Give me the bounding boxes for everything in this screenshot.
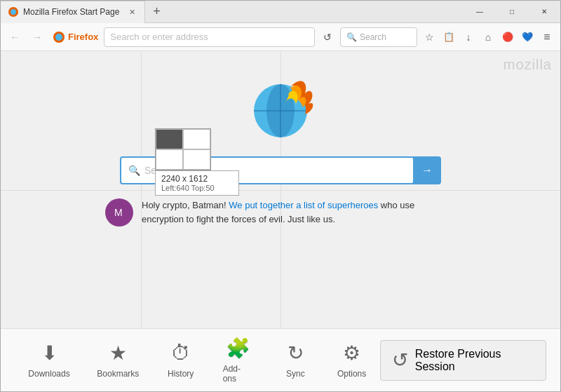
tab-title: Mozilla Firefox Start Page bbox=[23, 7, 119, 17]
bottom-item-history[interactable]: ⏱ History bbox=[153, 334, 209, 386]
news-text-before: Holy crypto, Batman! bbox=[142, 200, 229, 210]
add-ons-label: Add-ons bbox=[223, 364, 254, 384]
restore-label: Restore Previous Session bbox=[415, 348, 534, 373]
bottom-items-container: ⬇ Downloads ★ Bookmarks ⏱ History 🧩 Add-… bbox=[15, 330, 380, 391]
options-icon: ⚙ bbox=[343, 342, 360, 365]
main-search-icon: 🔍 bbox=[128, 165, 140, 176]
tab-close-button[interactable]: ✕ bbox=[126, 6, 137, 18]
address-bar[interactable]: Search or enter address bbox=[104, 27, 315, 47]
firefox-brand: Firefox bbox=[50, 31, 101, 43]
bookmarks-label: Bookmarks bbox=[97, 369, 139, 379]
maximize-button[interactable]: □ bbox=[496, 1, 528, 23]
minimize-button[interactable]: — bbox=[464, 1, 496, 23]
sync-icon: ↻ bbox=[288, 342, 304, 365]
search-go-button[interactable]: → bbox=[413, 156, 441, 184]
nav-action-buttons: ☆ 📋 ↓ ⌂ 🔴 💙 ≡ bbox=[420, 28, 556, 46]
tab-favicon-icon bbox=[8, 6, 19, 18]
menu-button[interactable]: ≡ bbox=[538, 28, 556, 46]
news-text-content: Holy crypto, Batman! We put together a l… bbox=[142, 198, 456, 226]
grid-cell-br bbox=[183, 149, 210, 170]
new-tab-button[interactable]: + bbox=[145, 1, 168, 23]
bookmarks-icon: ★ bbox=[109, 342, 127, 365]
search-icon: 🔍 bbox=[346, 32, 357, 42]
resize-tooltip: 2240 x 1612 Left:640 Top:50 bbox=[155, 128, 239, 196]
save-page-button[interactable]: 📋 bbox=[440, 28, 458, 46]
refresh-button[interactable]: ↺ bbox=[318, 27, 337, 47]
history-label: History bbox=[168, 369, 194, 379]
grid-cell-tr bbox=[183, 129, 210, 149]
search-bar[interactable]: 🔍 Search bbox=[340, 27, 417, 47]
close-button[interactable]: ✕ bbox=[528, 1, 560, 23]
restore-icon: ↺ bbox=[392, 349, 408, 372]
bottom-item-sync[interactable]: ↻ Sync bbox=[267, 334, 323, 386]
news-logo-icon: M bbox=[109, 202, 130, 223]
firefox-main-logo-icon bbox=[238, 65, 323, 149]
title-bar: Mozilla Firefox Start Page ✕ + — □ ✕ bbox=[1, 1, 560, 23]
bookmark-star-button[interactable]: ☆ bbox=[420, 28, 438, 46]
window-controls: — □ ✕ bbox=[464, 1, 560, 23]
downloads-label: Downloads bbox=[28, 369, 69, 379]
bottom-item-bookmarks[interactable]: ★ Bookmarks bbox=[83, 334, 153, 386]
grid-cell-bl bbox=[156, 149, 183, 170]
navigation-bar: ← → Firefox Search or enter address ↺ 🔍 … bbox=[1, 23, 560, 51]
browser-window: Mozilla Firefox Start Page ✕ + — □ ✕ ← →… bbox=[0, 0, 561, 392]
pocket2-button[interactable]: 💙 bbox=[518, 28, 536, 46]
bottom-item-add-ons[interactable]: 🧩 Add-ons bbox=[209, 330, 268, 391]
resize-tooltip-box: 2240 x 1612 Left:640 Top:50 bbox=[155, 170, 239, 196]
news-item: M Holy crypto, Batman! We put together a… bbox=[105, 198, 456, 227]
address-placeholder: Search or enter address bbox=[110, 32, 208, 42]
history-icon: ⏱ bbox=[171, 342, 191, 365]
download-button[interactable]: ↓ bbox=[459, 28, 478, 46]
tooltip-position: Left:640 Top:50 bbox=[161, 184, 233, 192]
back-button[interactable]: ← bbox=[5, 27, 25, 47]
search-placeholder: Search bbox=[360, 32, 386, 42]
forward-button[interactable]: → bbox=[27, 27, 47, 47]
news-icon: M bbox=[105, 198, 133, 227]
firefox-logo-main bbox=[238, 65, 323, 149]
bottom-item-options[interactable]: ⚙ Options bbox=[323, 334, 379, 386]
svg-point-1 bbox=[11, 9, 16, 15]
pocket-button[interactable]: 🔴 bbox=[499, 28, 517, 46]
svg-point-3 bbox=[55, 34, 62, 41]
grid-line-h1 bbox=[1, 190, 560, 191]
home-button[interactable]: ⌂ bbox=[479, 28, 497, 46]
downloads-icon: ⬇ bbox=[41, 342, 58, 365]
mozilla-brand-text: mozilla bbox=[503, 57, 552, 73]
options-label: Options bbox=[337, 369, 366, 379]
resize-grid-thumbnail bbox=[155, 128, 211, 170]
bottom-bar: ⬇ Downloads ★ Bookmarks ⏱ History 🧩 Add-… bbox=[1, 328, 560, 391]
news-link[interactable]: We put together a list of superheroes bbox=[229, 200, 378, 210]
grid-line-v1 bbox=[141, 51, 142, 328]
firefox-label: Firefox bbox=[68, 32, 98, 42]
add-ons-icon: 🧩 bbox=[226, 337, 250, 360]
sync-label: Sync bbox=[286, 369, 305, 379]
restore-session-button[interactable]: ↺ Restore Previous Session bbox=[380, 340, 546, 381]
tab-strip: Mozilla Firefox Start Page ✕ + bbox=[1, 1, 168, 23]
firefox-logo-icon bbox=[53, 31, 65, 43]
main-content: mozilla 2240 bbox=[1, 51, 560, 328]
tooltip-resolution: 2240 x 1612 bbox=[161, 174, 233, 184]
active-tab[interactable]: Mozilla Firefox Start Page ✕ bbox=[1, 1, 145, 23]
svg-text:M: M bbox=[114, 207, 123, 218]
bottom-item-downloads[interactable]: ⬇ Downloads bbox=[15, 334, 83, 386]
grid-cell-tl bbox=[156, 129, 183, 149]
